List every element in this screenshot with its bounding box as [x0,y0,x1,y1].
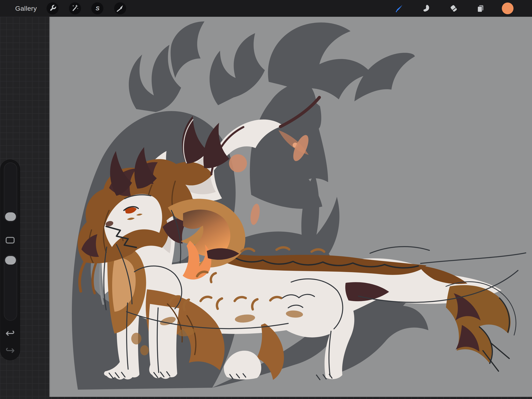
transform-arrow-icon [116,4,124,13]
top-toolbar: Gallery S [0,0,532,17]
sidebar-toolbar: ↩ ↪ [0,160,20,360]
drawing-canvas[interactable] [0,0,532,399]
magic-wand-icon [71,4,79,13]
brush-size-knob[interactable] [5,212,16,221]
opacity-slider[interactable] [4,255,17,321]
svg-text:S: S [96,5,100,12]
undo-button[interactable]: ↩ [0,327,20,339]
brush-tool-button[interactable] [393,2,405,14]
canvas-left-edge [49,17,50,397]
actions-button[interactable] [47,2,59,14]
layers-icon [476,4,485,13]
selection-s-icon: S [93,4,102,13]
opacity-knob[interactable] [5,256,16,264]
smudge-tool-button[interactable] [420,2,432,14]
paint-brush-icon [394,4,404,13]
gallery-button[interactable]: Gallery [15,0,37,17]
redo-button[interactable]: ↪ [0,344,20,356]
smudge-finger-icon [422,4,431,13]
color-swatch-icon [502,2,514,15]
transform-button[interactable] [114,2,126,14]
procreate-window: Gallery S [0,0,532,399]
brush-size-slider[interactable] [4,162,17,222]
eraser-tool-button[interactable] [448,2,460,14]
wrench-icon [48,4,57,13]
layers-button[interactable] [475,2,487,14]
selection-button[interactable]: S [91,2,103,14]
eraser-icon [449,4,458,13]
modify-button[interactable] [6,237,15,244]
adjustments-button[interactable] [69,2,81,14]
color-swatch-button[interactable] [502,2,514,14]
